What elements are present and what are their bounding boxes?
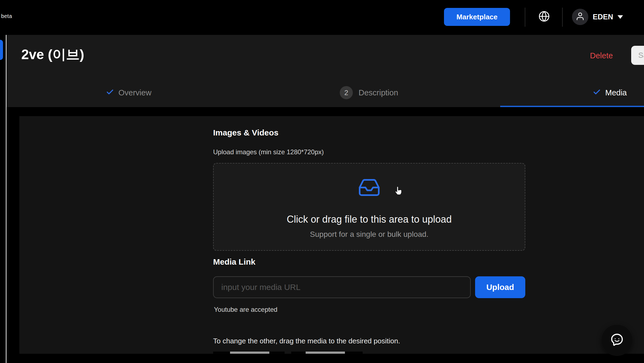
user-icon xyxy=(576,12,585,22)
check-icon xyxy=(106,88,114,97)
media-panel: Images & Videos Upload images (min size … xyxy=(19,116,644,354)
avatar xyxy=(572,9,588,25)
chevron-down-icon xyxy=(618,15,623,19)
mouse-cursor xyxy=(394,186,402,196)
page-title: 2ve (이브) xyxy=(21,45,84,64)
language-button[interactable] xyxy=(535,8,553,26)
media-thumbnail[interactable] xyxy=(291,352,363,354)
upload-button[interactable]: Upload xyxy=(475,276,525,298)
left-edge-accent xyxy=(0,40,3,60)
step-overview-label: Overview xyxy=(118,88,151,97)
active-tab-underline xyxy=(500,106,644,107)
inbox-icon xyxy=(358,176,381,200)
media-url-input[interactable] xyxy=(213,276,471,298)
page-header xyxy=(7,35,644,107)
media-link-heading: Media Link xyxy=(213,257,255,267)
account-menu[interactable]: EDEN xyxy=(572,6,623,28)
step-media-label: Media xyxy=(605,88,627,97)
beta-label: beta xyxy=(1,13,12,19)
file-dropzone[interactable]: Click or drag file to this area to uploa… xyxy=(213,163,525,251)
media-thumbnail[interactable] xyxy=(213,352,285,354)
step-media[interactable]: Media xyxy=(593,88,627,98)
upload-instructions: Upload images (min size 1280*720px) xyxy=(213,148,324,156)
dropzone-title: Click or drag file to this area to uploa… xyxy=(287,214,452,225)
step-overview[interactable]: Overview xyxy=(106,88,151,98)
chat-bubble-icon xyxy=(609,332,625,349)
delete-button[interactable]: Delete xyxy=(590,51,613,60)
user-name: EDEN xyxy=(593,13,613,21)
dropzone-hint: Support for a single or bulk upload. xyxy=(310,230,428,239)
reorder-hint: To change the other, drag the media to t… xyxy=(213,337,400,345)
save-button[interactable]: Save xyxy=(631,46,644,65)
chat-widget-button[interactable] xyxy=(601,325,633,356)
thumbnail-bar xyxy=(230,352,269,354)
step-description-label: Description xyxy=(359,88,398,97)
topbar-divider xyxy=(525,8,525,27)
left-edge-line xyxy=(6,35,7,363)
step-number-badge: 2 xyxy=(340,86,353,99)
globe-icon xyxy=(538,11,550,23)
thumbnail-bar xyxy=(306,352,345,354)
images-videos-heading: Images & Videos xyxy=(213,128,279,137)
check-icon xyxy=(593,88,601,97)
url-hint: Youtube are accepted xyxy=(214,306,278,313)
step-description[interactable]: 2 Description xyxy=(340,86,398,99)
topbar-divider xyxy=(562,8,563,27)
marketplace-button[interactable]: Marketplace xyxy=(444,8,510,26)
topbar: beta Marketplace EDEN xyxy=(0,0,644,35)
